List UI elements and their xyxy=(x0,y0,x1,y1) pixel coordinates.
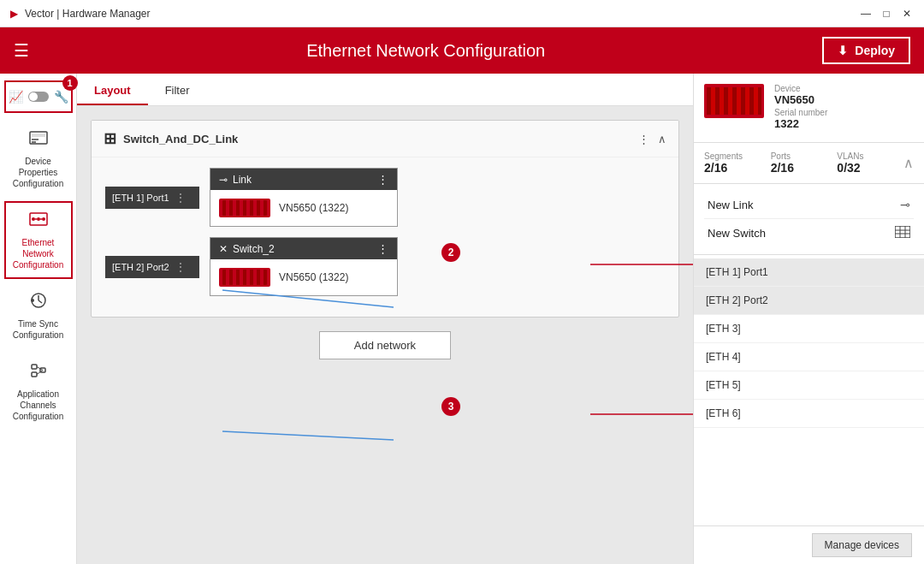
sidebar-item-time-sync[interactable]: Time Sync Configuration xyxy=(4,282,73,349)
switch2-title: Switch_2 xyxy=(233,243,275,255)
port-item-eth5[interactable]: [ETH 5] xyxy=(694,371,924,400)
port-item-eth2[interactable]: [ETH 2] Port2 xyxy=(694,287,924,315)
add-network-button[interactable]: Add network xyxy=(319,331,451,359)
stats-chevron-icon[interactable]: ∧ xyxy=(903,155,914,171)
link-menu[interactable]: ⋮ xyxy=(377,173,388,186)
group-name: Switch_And_DC_Link xyxy=(123,133,238,145)
minimize-btn[interactable]: — xyxy=(859,7,873,21)
link-card-body: VN5650 (1322) xyxy=(210,190,397,226)
deploy-icon: ⬇ xyxy=(838,44,848,57)
group-menu-icon[interactable]: ⋮ xyxy=(638,133,649,145)
sidebar-item-label-ethernet: Ethernet Network Configuration xyxy=(9,237,68,270)
serial-label: Serial number xyxy=(774,108,914,117)
link-card-header: ⊸ Link ⋮ xyxy=(210,169,397,190)
new-link-icon: ⊸ xyxy=(900,198,910,211)
svg-point-7 xyxy=(42,217,45,221)
svg-rect-15 xyxy=(32,372,37,377)
close-btn[interactable]: ✕ xyxy=(900,7,914,21)
switch2-device-label: VN5650 (1322) xyxy=(279,271,348,283)
switch2-menu[interactable]: ⋮ xyxy=(377,242,388,255)
link-node-row: [ETH 1] Port1 ⋮ ⊸ Link ⋮ xyxy=(105,168,665,227)
sidebar-item-ethernet-network[interactable]: Ethernet Network Configuration xyxy=(4,201,73,279)
switch2-card: ✕ Switch_2 ⋮ VN5650 (1322) xyxy=(210,237,398,296)
tabs: Layout Filter xyxy=(77,74,693,106)
stat-segments-label: Segments xyxy=(704,151,757,161)
port-item-eth6[interactable]: [ETH 6] xyxy=(694,400,924,428)
new-link-label: New Link xyxy=(708,199,753,211)
sidebar-tools[interactable]: 📈 🔧 1 xyxy=(4,80,73,113)
new-switch-icon xyxy=(895,226,910,240)
stat-segments-value: 2/16 xyxy=(704,161,757,175)
deploy-button[interactable]: ⬇ Deploy xyxy=(822,37,910,64)
nodes-container: [ETH 1] Port1 ⋮ ⊸ Link ⋮ xyxy=(92,157,678,306)
link-card: ⊸ Link ⋮ VN5650 (1322) xyxy=(210,168,398,227)
title-bar: ▶ Vector | Hardware Manager — □ ✕ xyxy=(0,0,924,27)
stat-ports: Ports 2/16 xyxy=(771,151,824,175)
stat-vlans-label: VLANs xyxy=(837,151,890,161)
new-switch-label: New Switch xyxy=(708,227,766,240)
menu-button[interactable]: ☰ xyxy=(14,40,29,61)
switch2-icon: ✕ xyxy=(219,243,228,255)
header-title: Ethernet Network Configuration xyxy=(29,41,822,61)
toggle-switch[interactable] xyxy=(28,92,49,102)
svg-rect-14 xyxy=(32,365,37,369)
switch2-port-text: [ETH 2] Port2 xyxy=(112,262,169,272)
new-switch-row[interactable]: New Switch xyxy=(704,219,914,247)
link-device-label: VN5650 (1322) xyxy=(279,202,348,214)
switch2-card-title: ✕ Switch_2 xyxy=(219,243,275,255)
port-item-eth1[interactable]: [ETH 1] Port1 xyxy=(694,258,924,287)
ethernet-icon xyxy=(28,210,49,234)
time-sync-icon xyxy=(28,291,49,315)
graph-icon: 📈 xyxy=(9,90,23,104)
content-area: Layout Filter ⊞ Switch_And_DC_Link ⋮ ∧ xyxy=(77,74,693,564)
sidebar-item-app-channels[interactable]: Application Channels Configuration xyxy=(4,353,73,430)
header: ☰ Ethernet Network Configuration ⬇ Deplo… xyxy=(0,27,924,74)
sidebar-item-label-app: Application Channels Configuration xyxy=(9,389,68,422)
switch2-port-label[interactable]: [ETH 2] Port2 ⋮ xyxy=(105,256,199,278)
new-items: New Link ⊸ New Switch xyxy=(694,184,924,255)
svg-point-6 xyxy=(37,217,40,221)
link-device-img xyxy=(219,199,270,217)
stat-vlans: VLANs 0/32 xyxy=(837,151,890,175)
group-controls[interactable]: ⋮ ∧ xyxy=(638,133,666,145)
device-details: Device VN5650 Serial number 1322 xyxy=(774,84,914,132)
group-collapse-icon[interactable]: ∧ xyxy=(658,133,666,145)
svg-line-24 xyxy=(222,431,394,440)
svg-rect-1 xyxy=(32,134,45,137)
svg-point-13 xyxy=(31,299,34,302)
link-port-label[interactable]: [ETH 1] Port1 ⋮ xyxy=(105,187,199,209)
port-item-eth3[interactable]: [ETH 3] xyxy=(694,315,924,343)
port-item-eth4[interactable]: [ETH 4] xyxy=(694,343,924,371)
network-canvas: ⊞ Switch_And_DC_Link ⋮ ∧ [ETH 1] Port xyxy=(77,106,693,564)
device-thumbnail xyxy=(704,84,764,118)
manage-devices-section: Manage devices xyxy=(694,525,924,564)
stat-segments: Segments 2/16 xyxy=(704,151,757,175)
switch2-port-dots: ⋮ xyxy=(175,260,187,274)
tab-filter[interactable]: Filter xyxy=(148,77,207,105)
stat-ports-label: Ports xyxy=(771,151,824,161)
switch2-node-row: [ETH 2] Port2 ⋮ ✕ Switch_2 ⋮ xyxy=(105,237,665,296)
manage-devices-button[interactable]: Manage devices xyxy=(812,533,912,557)
stat-vlans-value: 0/32 xyxy=(837,161,890,175)
sidebar-item-device-properties[interactable]: Device Properties Configuration xyxy=(4,120,73,198)
svg-point-5 xyxy=(32,217,35,221)
device-properties-icon xyxy=(28,128,49,152)
canvas-wrapper: ⊞ Switch_And_DC_Link ⋮ ∧ [ETH 1] Port xyxy=(77,106,693,564)
deploy-label: Deploy xyxy=(855,44,895,57)
device-label-row: Device VN5650 xyxy=(774,84,914,106)
tab-layout[interactable]: Layout xyxy=(77,77,148,105)
maximize-btn[interactable]: □ xyxy=(880,7,893,21)
link-title: Link xyxy=(233,174,252,186)
app-channels-icon xyxy=(28,361,49,385)
main-layout: 📈 🔧 1 Device Properties Configuration xyxy=(0,74,924,564)
network-group-title: ⊞ Switch_And_DC_Link xyxy=(104,129,238,148)
group-icon: ⊞ xyxy=(104,129,116,148)
new-link-row[interactable]: New Link ⊸ xyxy=(704,191,914,219)
serial-value: 1322 xyxy=(774,117,914,130)
app-icon: ▶ xyxy=(10,8,18,20)
stat-ports-value: 2/16 xyxy=(771,161,824,175)
link-icon: ⊸ xyxy=(219,174,228,186)
device-name: VN5650 xyxy=(774,93,914,106)
switch2-device-img xyxy=(219,268,270,287)
link-card-title: ⊸ Link xyxy=(219,174,252,186)
